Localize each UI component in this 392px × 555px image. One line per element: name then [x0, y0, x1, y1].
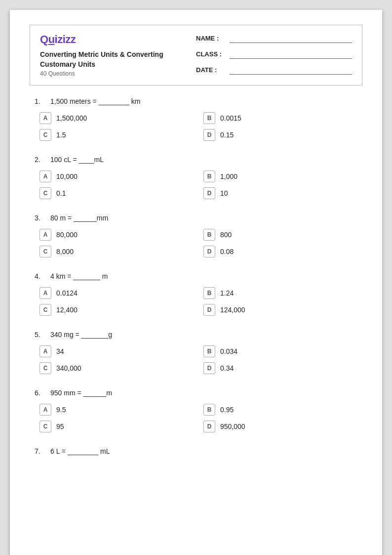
header-right: NAME : CLASS : DATE :: [196, 33, 352, 75]
question-3-option-b: B800: [203, 229, 357, 241]
question-2-content: 100 cL = ____mL: [50, 156, 104, 164]
question-4-options: A0.0124B1.24C12,400D124,000: [35, 287, 357, 316]
question-6-option-d: D950,000: [203, 421, 357, 432]
option-value-d: 10: [220, 189, 228, 197]
option-badge-a: A: [39, 229, 51, 241]
option-value-c: 12,400: [56, 306, 78, 314]
question-2-option-a: A10,000: [39, 171, 194, 182]
option-badge-d: D: [203, 187, 215, 199]
question-4-content: 4 km = _______ m: [50, 272, 108, 280]
question-1: 1.1,500 meters = ________ kmA1,500,000B0…: [35, 97, 357, 141]
option-badge-c: C: [39, 187, 51, 199]
question-5-content: 340 mg = _______g: [50, 331, 112, 339]
question-2-option-c: C0.1: [39, 187, 194, 199]
logo-text: Quizizz: [40, 33, 76, 45]
logo: Quizizz: [40, 33, 196, 46]
questions-section: 1.1,500 meters = ________ kmA1,500,000B0…: [30, 97, 362, 455]
option-value-c: 0.1: [56, 189, 66, 197]
option-value-a: 80,000: [56, 231, 78, 239]
question-4-option-d: D124,000: [203, 304, 357, 316]
question-2-options: A10,000B1,000C0.1D10: [35, 171, 357, 199]
quiz-count: 40 Questions: [40, 70, 196, 77]
question-2-text: 2.100 cL = ____mL: [35, 156, 357, 164]
class-line: [230, 49, 352, 59]
question-3-text: 3.80 m = ______mm: [35, 214, 357, 222]
question-5-options: A34B0.034C340,000D0.34: [35, 345, 357, 374]
option-value-b: 1.24: [220, 289, 234, 297]
question-7-text: 7.6 L = ________ mL: [35, 447, 357, 455]
question-5-option-c: C340,000: [39, 362, 194, 374]
question-3-options: A80,000B800C8,000D0.08: [35, 229, 357, 257]
option-badge-d: D: [203, 129, 215, 141]
class-field-row: CLASS :: [196, 49, 352, 59]
question-4-option-c: C12,400: [39, 304, 194, 316]
option-value-c: 95: [56, 423, 64, 430]
question-6: 6.950 mm = ______mA9.5B0.95C95D950,000: [35, 389, 357, 432]
option-value-a: 34: [56, 347, 64, 355]
question-3: 3.80 m = ______mmA80,000B800C8,000D0.08: [35, 214, 357, 257]
question-1-text: 1.1,500 meters = ________ km: [35, 97, 357, 105]
option-badge-b: B: [203, 345, 215, 357]
question-4-number: 4.: [35, 272, 46, 280]
option-value-d: 0.15: [220, 131, 234, 139]
option-value-a: 9.5: [56, 406, 66, 414]
question-5-text: 5.340 mg = _______g: [35, 331, 357, 339]
question-6-text: 6.950 mm = ______m: [35, 389, 357, 397]
question-2-option-d: D10: [203, 187, 357, 199]
question-6-options: A9.5B0.95C95D950,000: [35, 404, 357, 432]
option-value-c: 8,000: [56, 248, 74, 256]
question-5-option-b: B0.034: [203, 345, 357, 357]
option-badge-c: C: [39, 304, 51, 316]
question-7: 7.6 L = ________ mL: [35, 447, 357, 455]
question-1-option-a: A1,500,000: [39, 112, 194, 124]
option-badge-c: C: [39, 129, 51, 141]
question-2: 2.100 cL = ____mLA10,000B1,000C0.1D10: [35, 156, 357, 199]
option-badge-a: A: [39, 112, 51, 124]
question-1-options: A1,500,000B0.0015C1.5D0.15: [35, 112, 357, 141]
header-box: Quizizz Converting Metric Units & Conver…: [30, 25, 362, 85]
question-3-number: 3.: [35, 214, 46, 222]
question-1-content: 1,500 meters = ________ km: [50, 97, 141, 105]
question-5-number: 5.: [35, 331, 46, 339]
question-3-option-a: A80,000: [39, 229, 194, 241]
question-4: 4.4 km = _______ mA0.0124B1.24C12,400D12…: [35, 272, 357, 316]
option-value-d: 0.08: [220, 248, 234, 256]
option-badge-a: A: [39, 287, 51, 299]
page: Quizizz Converting Metric Units & Conver…: [10, 10, 382, 555]
question-4-option-b: B1.24: [203, 287, 357, 299]
question-1-option-b: B0.0015: [203, 112, 357, 124]
option-badge-d: D: [203, 362, 215, 374]
class-label: CLASS :: [196, 50, 226, 58]
question-1-option-d: D0.15: [203, 129, 357, 141]
option-badge-c: C: [39, 421, 51, 432]
option-value-b: 800: [220, 231, 232, 239]
option-value-a: 1,500,000: [56, 114, 87, 122]
name-line: [230, 33, 352, 43]
option-badge-d: D: [203, 304, 215, 316]
question-2-number: 2.: [35, 156, 46, 164]
name-label: NAME :: [196, 35, 226, 42]
option-value-a: 10,000: [56, 172, 78, 180]
question-3-content: 80 m = ______mm: [50, 214, 108, 222]
option-badge-b: B: [203, 171, 215, 182]
date-label: DATE :: [196, 66, 226, 74]
option-value-d: 950,000: [220, 423, 245, 430]
date-field-row: DATE :: [196, 65, 352, 75]
option-badge-b: B: [203, 404, 215, 416]
option-value-a: 0.0124: [56, 289, 78, 297]
option-value-c: 340,000: [56, 364, 81, 372]
option-value-b: 0.0015: [220, 114, 241, 122]
option-badge-c: C: [39, 362, 51, 374]
option-badge-c: C: [39, 246, 51, 257]
option-badge-b: B: [203, 229, 215, 241]
option-value-b: 0.95: [220, 406, 234, 414]
question-6-option-b: B0.95: [203, 404, 357, 416]
header-left: Quizizz Converting Metric Units & Conver…: [40, 33, 196, 77]
question-6-option-c: C95: [39, 421, 194, 432]
question-6-option-a: A9.5: [39, 404, 194, 416]
option-badge-a: A: [39, 404, 51, 416]
question-2-option-b: B1,000: [203, 171, 357, 182]
option-badge-b: B: [203, 112, 215, 124]
question-4-text: 4.4 km = _______ m: [35, 272, 357, 280]
quiz-title: Converting Metric Units & Converting Cus…: [40, 50, 196, 69]
